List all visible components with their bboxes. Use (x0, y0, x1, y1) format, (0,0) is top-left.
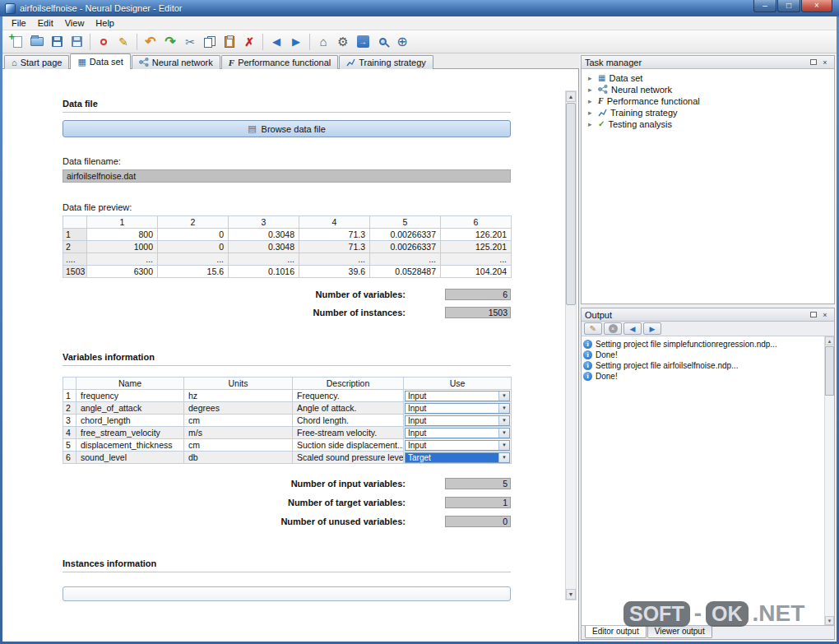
scrollbar-thumb[interactable] (566, 103, 576, 305)
paste-icon[interactable] (220, 32, 239, 52)
delete-icon[interactable]: ✗ (239, 32, 259, 52)
output-forward-icon[interactable]: ▶ (643, 322, 661, 335)
redo-icon[interactable]: ↷ (160, 32, 180, 52)
browse-icon: ▤ (248, 123, 256, 134)
output-back-icon[interactable]: ◀ (623, 322, 642, 335)
tab-label: Data set (90, 57, 123, 67)
copy-icon[interactable] (200, 32, 220, 52)
tab-performance-functional[interactable]: F Performance functional (221, 55, 338, 69)
message-text: Done! (596, 350, 618, 359)
web-search-icon[interactable]: ⊕ (392, 32, 412, 52)
settings-gear-icon[interactable]: ⚙ (333, 32, 353, 52)
tree-item-training-strategy[interactable]: ▸ Training strategy (582, 107, 834, 118)
chevron-down-icon[interactable]: ▼ (498, 453, 509, 462)
data-filename-field[interactable]: airfoilselfnoise.dat (63, 169, 511, 183)
home-icon[interactable]: ⌂ (313, 32, 333, 52)
menu-edit[interactable]: Edit (32, 17, 59, 29)
corner-cell (63, 378, 76, 390)
tab-training-strategy[interactable]: Training strategy (339, 55, 433, 69)
output-scrollbar[interactable]: ▲ ▼ (824, 336, 834, 625)
close-panel-icon[interactable]: × (819, 310, 831, 320)
close-button[interactable]: × (801, 0, 832, 12)
expander-icon[interactable]: ▸ (588, 86, 595, 94)
float-panel-icon[interactable] (808, 58, 819, 67)
chevron-down-icon[interactable]: ▼ (498, 416, 509, 425)
expander-icon[interactable]: ▸ (588, 74, 595, 82)
scroll-down-icon[interactable]: ▼ (825, 616, 834, 625)
save-project-icon[interactable] (47, 32, 67, 52)
neural-network-icon (598, 85, 608, 95)
back-icon[interactable]: ◀ (267, 32, 286, 52)
chevron-down-icon[interactable]: ▼ (498, 404, 509, 413)
message-text: Setting project file simplefunctionregre… (596, 340, 777, 349)
open-project-icon[interactable] (27, 32, 47, 52)
tab-start-page[interactable]: ⌂ Start page (4, 55, 69, 69)
use-select[interactable]: Input▼ (405, 428, 510, 438)
scroll-down-icon[interactable]: ▼ (566, 589, 576, 600)
info-icon: i (583, 361, 592, 370)
use-select-target[interactable]: Target▼ (405, 452, 510, 463)
scrollbar-thumb[interactable] (825, 346, 834, 396)
use-value: Input (406, 391, 498, 401)
menu-help[interactable]: Help (90, 17, 120, 29)
menu-file[interactable]: File (6, 17, 32, 29)
chevron-down-icon[interactable]: ▼ (498, 429, 509, 438)
chevron-down-icon[interactable]: ▼ (498, 441, 509, 450)
scroll-up-icon[interactable]: ▲ (825, 336, 834, 345)
variable-row: 5 displacement_thickness cm Suction side… (63, 439, 512, 452)
section-divider (63, 572, 511, 572)
cell: ... (299, 253, 370, 266)
output-edit-icon[interactable]: ✎ (584, 322, 602, 335)
minimize-button[interactable]: – (753, 0, 776, 12)
maximize-button[interactable]: □ (777, 0, 800, 12)
forward-icon[interactable]: ▶ (286, 32, 306, 52)
num-target-variables-label: Number of target variables: (208, 498, 406, 507)
expander-icon[interactable]: ▸ (588, 109, 595, 117)
cell: 39.6 (299, 266, 370, 278)
scroll-up-icon[interactable]: ▲ (566, 91, 576, 102)
record-icon[interactable] (94, 32, 114, 52)
output-message: i Setting project file airfoilselfnoise.… (583, 360, 823, 371)
toolbar-separator (262, 34, 263, 50)
use-select[interactable]: Input▼ (405, 403, 510, 414)
use-select[interactable]: Input▼ (405, 391, 510, 401)
run-icon[interactable]: → (353, 32, 373, 52)
cut-icon[interactable]: ✂ (180, 32, 200, 52)
tree-item-data-set[interactable]: ▸ ▦ Data set (582, 72, 834, 84)
tab-neural-network[interactable]: Neural network (132, 55, 220, 69)
tree-item-testing-analysis[interactable]: ▸ ✓ Testing analysis (582, 118, 834, 130)
instances-heading: Instances information (63, 558, 156, 568)
cell: ... (87, 253, 158, 266)
num-variables-label: Number of variables: (208, 290, 406, 299)
use-select[interactable]: Input▼ (405, 440, 510, 451)
chevron-down-icon[interactable]: ▼ (498, 391, 509, 401)
cell: 71.3 (299, 229, 370, 241)
edit-icon[interactable]: ✎ (114, 32, 133, 52)
variable-name-cell: free_stream_velocity (76, 427, 184, 439)
close-panel-icon[interactable]: × (819, 58, 831, 67)
float-panel-icon[interactable] (808, 310, 819, 320)
menu-view[interactable]: View (59, 17, 90, 29)
expander-icon[interactable]: ▸ (588, 120, 595, 128)
tree-item-performance-functional[interactable]: ▸ F Performance functional (582, 95, 834, 107)
num-unused-variables-label: Number of unused variables: (208, 517, 406, 526)
zoom-icon[interactable] (373, 32, 392, 52)
cell: 125.201 (441, 241, 512, 253)
editor-scrollbar[interactable]: ▲ ▼ (565, 90, 577, 600)
use-select[interactable]: Input▼ (405, 415, 510, 426)
performance-functional-icon: F (598, 97, 604, 105)
tab-viewer-output[interactable]: Viewer output (647, 626, 712, 638)
tab-editor-output[interactable]: Editor output (585, 626, 647, 638)
output-header: Output × (582, 308, 834, 322)
save-project-as-icon[interactable] (67, 32, 86, 52)
output-clear-icon[interactable]: × (604, 322, 622, 335)
browse-data-file-button[interactable]: ▤ Browse data file (63, 120, 511, 137)
tree-item-neural-network[interactable]: ▸ Neural network (582, 84, 834, 95)
undo-icon[interactable]: ↶ (141, 32, 160, 52)
new-project-icon[interactable]: + (7, 32, 27, 52)
row-header: 2 (63, 241, 87, 253)
variables-heading: Variables information (63, 352, 155, 362)
watermark-part: .NET (753, 600, 805, 627)
expander-icon[interactable]: ▸ (588, 97, 595, 105)
tab-data-set[interactable]: ▦ Data set (70, 53, 130, 69)
